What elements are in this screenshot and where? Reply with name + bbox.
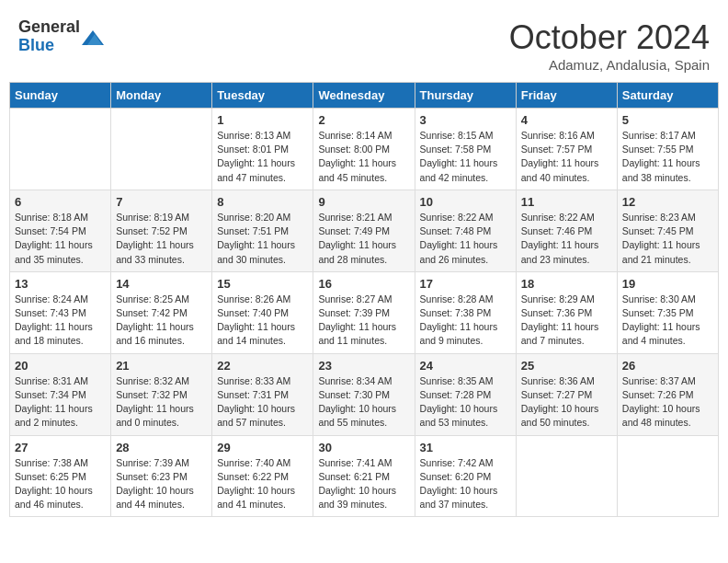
day-info: Sunrise: 8:29 AM Sunset: 7:36 PM Dayligh… <box>521 293 612 349</box>
calendar-cell: 24Sunrise: 8:35 AM Sunset: 7:28 PM Dayli… <box>415 353 516 435</box>
location-subtitle: Adamuz, Andalusia, Spain <box>509 57 710 73</box>
calendar-cell: 2Sunrise: 8:14 AM Sunset: 8:00 PM Daylig… <box>313 109 415 190</box>
day-info: Sunrise: 8:34 AM Sunset: 7:30 PM Dayligh… <box>318 374 409 431</box>
calendar-cell: 28Sunrise: 7:39 AM Sunset: 6:23 PM Dayli… <box>111 435 212 517</box>
day-number: 5 <box>622 113 713 127</box>
day-info: Sunrise: 8:37 AM Sunset: 7:26 PM Dayligh… <box>622 374 713 431</box>
calendar-cell: 4Sunrise: 8:16 AM Sunset: 7:57 PM Daylig… <box>516 109 617 190</box>
day-info: Sunrise: 8:30 AM Sunset: 7:35 PM Dayligh… <box>622 293 713 349</box>
day-info: Sunrise: 8:22 AM Sunset: 7:46 PM Dayligh… <box>521 211 612 267</box>
day-number: 25 <box>521 359 612 373</box>
day-info: Sunrise: 8:24 AM Sunset: 7:43 PM Dayligh… <box>15 293 106 349</box>
calendar-header-row: SundayMondayTuesdayWednesdayThursdayFrid… <box>10 83 719 109</box>
day-info: Sunrise: 8:21 AM Sunset: 7:49 PM Dayligh… <box>318 211 409 267</box>
calendar-cell <box>111 109 212 190</box>
day-info: Sunrise: 7:40 AM Sunset: 6:22 PM Dayligh… <box>217 456 308 512</box>
calendar-table: SundayMondayTuesdayWednesdayThursdayFrid… <box>9 82 719 517</box>
day-info: Sunrise: 8:32 AM Sunset: 7:32 PM Dayligh… <box>116 374 207 431</box>
day-number: 2 <box>318 113 409 127</box>
day-info: Sunrise: 8:27 AM Sunset: 7:39 PM Dayligh… <box>318 293 409 349</box>
day-of-week-header: Wednesday <box>313 83 415 109</box>
calendar-week-row: 20Sunrise: 8:31 AM Sunset: 7:34 PM Dayli… <box>10 353 719 435</box>
calendar-cell <box>617 435 718 517</box>
day-info: Sunrise: 7:38 AM Sunset: 6:25 PM Dayligh… <box>15 456 106 512</box>
month-title: October 2024 <box>509 18 710 57</box>
calendar-cell: 15Sunrise: 8:26 AM Sunset: 7:40 PM Dayli… <box>212 271 313 353</box>
calendar-cell: 5Sunrise: 8:17 AM Sunset: 7:55 PM Daylig… <box>617 109 718 190</box>
day-info: Sunrise: 8:16 AM Sunset: 7:57 PM Dayligh… <box>521 129 612 185</box>
calendar-cell: 31Sunrise: 7:42 AM Sunset: 6:20 PM Dayli… <box>415 435 516 517</box>
day-info: Sunrise: 8:15 AM Sunset: 7:58 PM Dayligh… <box>420 129 511 185</box>
day-info: Sunrise: 7:42 AM Sunset: 6:20 PM Dayligh… <box>420 456 511 512</box>
day-info: Sunrise: 8:14 AM Sunset: 8:00 PM Dayligh… <box>318 129 409 185</box>
day-of-week-header: Monday <box>111 83 212 109</box>
calendar-cell: 23Sunrise: 8:34 AM Sunset: 7:30 PM Dayli… <box>313 353 415 435</box>
calendar-cell: 10Sunrise: 8:22 AM Sunset: 7:48 PM Dayli… <box>415 190 516 271</box>
day-info: Sunrise: 8:36 AM Sunset: 7:27 PM Dayligh… <box>521 374 612 431</box>
calendar-cell: 14Sunrise: 8:25 AM Sunset: 7:42 PM Dayli… <box>111 271 212 353</box>
day-info: Sunrise: 8:35 AM Sunset: 7:28 PM Dayligh… <box>420 374 511 431</box>
day-info: Sunrise: 8:31 AM Sunset: 7:34 PM Dayligh… <box>15 374 106 431</box>
day-info: Sunrise: 8:13 AM Sunset: 8:01 PM Dayligh… <box>217 129 308 185</box>
calendar-cell: 16Sunrise: 8:27 AM Sunset: 7:39 PM Dayli… <box>313 271 415 353</box>
calendar-cell: 19Sunrise: 8:30 AM Sunset: 7:35 PM Dayli… <box>617 271 718 353</box>
day-info: Sunrise: 8:22 AM Sunset: 7:48 PM Dayligh… <box>420 211 511 267</box>
day-of-week-header: Tuesday <box>212 83 313 109</box>
calendar-cell: 22Sunrise: 8:33 AM Sunset: 7:31 PM Dayli… <box>212 353 313 435</box>
day-info: Sunrise: 8:23 AM Sunset: 7:45 PM Dayligh… <box>622 211 713 267</box>
day-number: 31 <box>420 441 511 454</box>
day-number: 15 <box>217 277 308 291</box>
calendar-cell: 30Sunrise: 7:41 AM Sunset: 6:21 PM Dayli… <box>313 435 415 517</box>
day-number: 8 <box>217 195 308 209</box>
calendar-cell <box>10 109 111 190</box>
day-number: 6 <box>15 195 106 209</box>
day-of-week-header: Thursday <box>415 83 516 109</box>
day-number: 22 <box>217 359 308 373</box>
calendar-cell: 25Sunrise: 8:36 AM Sunset: 7:27 PM Dayli… <box>516 353 617 435</box>
day-number: 14 <box>116 277 207 291</box>
day-of-week-header: Saturday <box>617 83 718 109</box>
calendar-cell: 21Sunrise: 8:32 AM Sunset: 7:32 PM Dayli… <box>111 353 212 435</box>
calendar-week-row: 27Sunrise: 7:38 AM Sunset: 6:25 PM Dayli… <box>10 435 719 517</box>
logo-general-text: General <box>18 18 80 37</box>
calendar-cell: 27Sunrise: 7:38 AM Sunset: 6:25 PM Dayli… <box>10 435 111 517</box>
day-info: Sunrise: 8:18 AM Sunset: 7:54 PM Dayligh… <box>15 211 106 267</box>
day-info: Sunrise: 8:17 AM Sunset: 7:55 PM Dayligh… <box>622 129 713 185</box>
calendar-cell: 18Sunrise: 8:29 AM Sunset: 7:36 PM Dayli… <box>516 271 617 353</box>
calendar-cell: 7Sunrise: 8:19 AM Sunset: 7:52 PM Daylig… <box>111 190 212 271</box>
day-number: 16 <box>318 277 409 291</box>
day-number: 23 <box>318 359 409 373</box>
day-number: 12 <box>622 195 713 209</box>
day-number: 27 <box>15 441 106 454</box>
calendar-cell: 17Sunrise: 8:28 AM Sunset: 7:38 PM Dayli… <box>415 271 516 353</box>
day-number: 10 <box>420 195 511 209</box>
calendar-cell: 3Sunrise: 8:15 AM Sunset: 7:58 PM Daylig… <box>415 109 516 190</box>
logo: General Blue <box>18 18 104 55</box>
calendar-cell: 8Sunrise: 8:20 AM Sunset: 7:51 PM Daylig… <box>212 190 313 271</box>
day-number: 17 <box>420 277 511 291</box>
calendar-week-row: 13Sunrise: 8:24 AM Sunset: 7:43 PM Dayli… <box>10 271 719 353</box>
day-number: 9 <box>318 195 409 209</box>
day-info: Sunrise: 8:26 AM Sunset: 7:40 PM Dayligh… <box>217 293 308 349</box>
day-number: 21 <box>116 359 207 373</box>
title-block: October 2024 Adamuz, Andalusia, Spain <box>509 18 710 73</box>
day-number: 7 <box>116 195 207 209</box>
calendar-week-row: 6Sunrise: 8:18 AM Sunset: 7:54 PM Daylig… <box>10 190 719 271</box>
day-info: Sunrise: 7:41 AM Sunset: 6:21 PM Dayligh… <box>318 456 409 512</box>
calendar-cell: 9Sunrise: 8:21 AM Sunset: 7:49 PM Daylig… <box>313 190 415 271</box>
page-header: General Blue October 2024 Adamuz, Andalu… <box>9 9 719 77</box>
day-number: 3 <box>420 113 511 127</box>
day-number: 18 <box>521 277 612 291</box>
calendar-cell: 1Sunrise: 8:13 AM Sunset: 8:01 PM Daylig… <box>212 109 313 190</box>
day-number: 1 <box>217 113 308 127</box>
day-info: Sunrise: 8:33 AM Sunset: 7:31 PM Dayligh… <box>217 374 308 431</box>
day-number: 20 <box>15 359 106 373</box>
day-number: 29 <box>217 441 308 454</box>
day-number: 11 <box>521 195 612 209</box>
calendar-cell: 12Sunrise: 8:23 AM Sunset: 7:45 PM Dayli… <box>617 190 718 271</box>
calendar-cell: 29Sunrise: 7:40 AM Sunset: 6:22 PM Dayli… <box>212 435 313 517</box>
calendar-cell: 26Sunrise: 8:37 AM Sunset: 7:26 PM Dayli… <box>617 353 718 435</box>
day-number: 28 <box>116 441 207 454</box>
day-info: Sunrise: 8:28 AM Sunset: 7:38 PM Dayligh… <box>420 293 511 349</box>
calendar-cell: 20Sunrise: 8:31 AM Sunset: 7:34 PM Dayli… <box>10 353 111 435</box>
